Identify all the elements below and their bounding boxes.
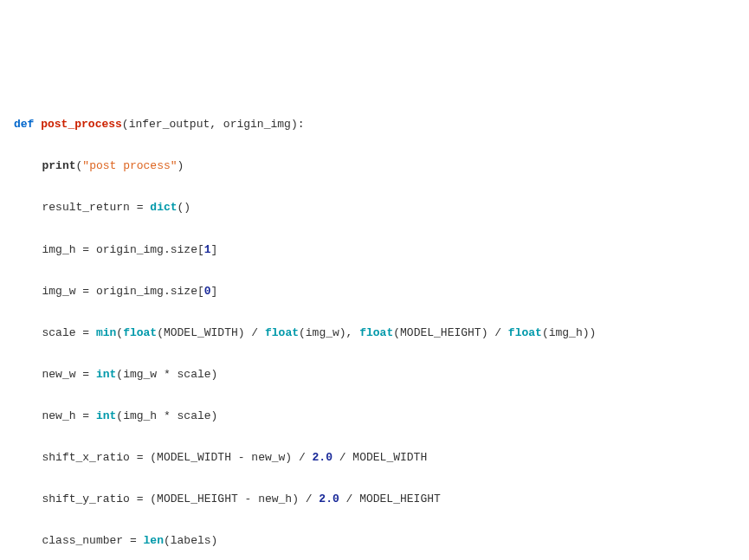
code-line: scale = min(float(MODEL_WIDTH) / float(i… bbox=[14, 323, 749, 344]
builtin-int: int bbox=[96, 368, 116, 381]
signature: (infer_output, origin_img): bbox=[122, 118, 305, 131]
code-line: new_w = int(img_w * scale) bbox=[14, 364, 749, 385]
code-line: img_h = origin_img.size[1] bbox=[14, 240, 749, 261]
code-line: new_h = int(img_h * scale) bbox=[14, 406, 749, 427]
builtin-print: print bbox=[42, 159, 76, 172]
code-line: shift_y_ratio = (MODEL_HEIGHT - new_h) /… bbox=[14, 489, 749, 510]
code-line: def post_process(infer_output, origin_im… bbox=[14, 114, 749, 135]
builtin-int: int bbox=[96, 409, 116, 422]
string-literal: "post process" bbox=[82, 159, 177, 172]
function-name: post_process bbox=[41, 118, 122, 131]
builtin-float: float bbox=[265, 326, 299, 339]
builtin-float: float bbox=[359, 326, 393, 339]
builtin-min: min bbox=[96, 326, 116, 339]
code-line: class_number = len(labels) bbox=[14, 531, 749, 551]
builtin-float: float bbox=[123, 326, 157, 339]
code-line: result_return = dict() bbox=[14, 197, 749, 218]
keyword-def: def bbox=[14, 118, 34, 131]
code-line: img_w = origin_img.size[0] bbox=[14, 281, 749, 302]
code-block: def post_process(infer_output, origin_im… bbox=[14, 93, 749, 560]
builtin-len: len bbox=[144, 534, 164, 547]
code-line: print("post process") bbox=[14, 156, 749, 177]
builtin-dict: dict bbox=[150, 201, 177, 214]
builtin-float: float bbox=[508, 326, 542, 339]
code-line: shift_x_ratio = (MODEL_WIDTH - new_w) / … bbox=[14, 447, 749, 468]
